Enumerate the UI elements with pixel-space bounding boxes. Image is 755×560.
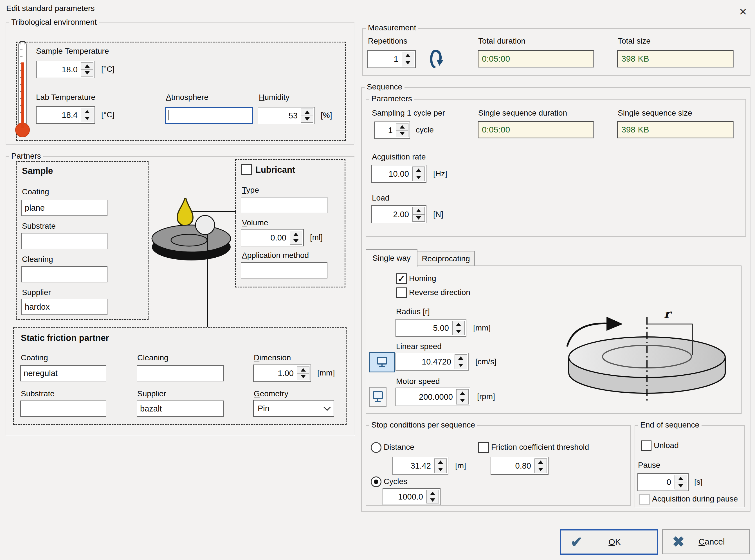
acquisition-rate-spinner[interactable]: 10.00 <box>371 165 426 183</box>
pause-spinner[interactable]: 0 <box>637 473 689 491</box>
spin-buttons <box>675 475 687 489</box>
distance-spinner[interactable]: 31.42 <box>392 457 449 475</box>
load-spinner[interactable]: 2.00 <box>371 205 426 223</box>
tab-single-way[interactable]: Single way <box>366 249 417 267</box>
radius-spinner[interactable]: 5.00 <box>396 319 466 337</box>
sample-temperature-spinner[interactable]: 18.0 <box>36 61 95 78</box>
spin-up-button[interactable] <box>301 109 313 116</box>
spin-up-button[interactable] <box>535 459 547 466</box>
spin-down-button[interactable] <box>455 362 467 369</box>
spin-buttons <box>534 458 547 473</box>
sampling-spinner[interactable]: 1 <box>374 121 410 139</box>
motor-speed-spinner[interactable]: 200.0000 <box>396 387 470 406</box>
cycles-radio[interactable] <box>371 477 381 487</box>
sample-cleaning-input[interactable] <box>21 266 107 282</box>
sample-coating-input[interactable]: plane <box>21 200 107 216</box>
dimension-unit: [mm] <box>317 368 335 378</box>
repetitions-spinner[interactable]: 1 <box>367 50 416 68</box>
spin-up-icon <box>85 110 90 113</box>
linear-speed-display-button[interactable] <box>369 352 395 373</box>
static-coating-input[interactable]: neregulat <box>20 365 106 381</box>
spin-up-button[interactable] <box>453 321 464 328</box>
spin-down-button[interactable] <box>435 466 446 473</box>
spin-down-button[interactable] <box>402 59 414 66</box>
static-substrate-input[interactable] <box>20 401 106 417</box>
sample-substrate-input[interactable] <box>21 233 107 249</box>
spin-up-button[interactable] <box>402 52 414 59</box>
spin-down-button[interactable] <box>453 328 464 335</box>
friction-threshold-label: Friction coefficient threshold <box>491 443 589 452</box>
spin-up-button[interactable] <box>455 355 467 362</box>
friction-threshold-checkbox[interactable] <box>478 442 489 453</box>
spin-buttons <box>290 231 302 245</box>
spin-down-button[interactable] <box>675 482 687 489</box>
motor-speed-unit: [rpm] <box>477 392 495 401</box>
humidity-spinner[interactable]: 53 <box>258 107 315 124</box>
static-cleaning-input[interactable] <box>137 365 224 381</box>
spin-up-button[interactable] <box>427 490 439 497</box>
cycles-spinner[interactable]: 1000.0 <box>382 488 440 505</box>
spin-down-button[interactable] <box>457 397 469 404</box>
spin-down-button[interactable] <box>535 466 547 473</box>
single-sequence-size-label: Single sequence size <box>618 108 692 118</box>
spin-up-button[interactable] <box>435 459 446 466</box>
spin-up-button[interactable] <box>396 123 408 131</box>
unload-checkbox[interactable] <box>641 440 652 451</box>
spin-down-button[interactable] <box>81 70 93 77</box>
spin-up-button[interactable] <box>457 389 469 397</box>
spin-up-button[interactable] <box>675 475 687 482</box>
spin-down-button[interactable] <box>290 238 302 245</box>
cancel-button[interactable]: ✖ Cancel <box>662 529 750 554</box>
oil-drop-icon <box>177 199 193 225</box>
geometry-dropdown[interactable]: Pin <box>253 400 334 417</box>
load-value: 2.00 <box>372 206 411 223</box>
spin-down-button[interactable] <box>413 215 424 222</box>
reverse-direction-checkbox[interactable] <box>396 287 407 298</box>
atmosphere-input[interactable] <box>165 107 253 124</box>
spin-down-button[interactable] <box>413 174 424 181</box>
dimension-spinner[interactable]: 1.00 <box>253 364 311 382</box>
motor-speed-display-button[interactable] <box>369 387 386 407</box>
monitor-icon <box>376 356 388 368</box>
close-icon[interactable]: × <box>739 5 747 18</box>
sample-supplier-input[interactable]: hardox <box>21 299 107 315</box>
ok-button[interactable]: ✔ OK <box>560 529 658 555</box>
spin-up-icon <box>293 233 298 236</box>
spin-buttons <box>81 62 93 77</box>
distance-radio[interactable] <box>371 442 381 453</box>
lab-temperature-spinner[interactable]: 18.4 <box>36 106 95 124</box>
spin-up-button[interactable] <box>81 108 93 115</box>
spin-down-button[interactable] <box>301 116 313 123</box>
geometry-label: Geometry <box>254 389 288 398</box>
spin-down-button[interactable] <box>396 131 408 137</box>
radio-dot <box>374 480 378 484</box>
tab-reciprocating[interactable]: Reciprocating <box>417 251 475 267</box>
spin-up-button[interactable] <box>297 366 309 374</box>
spin-down-button[interactable] <box>427 497 439 503</box>
linear-speed-spinner[interactable]: 10.4720 <box>396 353 469 371</box>
sample-substrate-label: Substrate <box>22 222 56 231</box>
pause-label: Pause <box>638 461 660 470</box>
text-caret <box>168 110 169 120</box>
static-coating-label: Coating <box>21 353 48 362</box>
total-size-label: Total size <box>618 37 651 45</box>
lubricant-checkbox[interactable] <box>241 164 252 175</box>
spin-up-button[interactable] <box>81 63 93 70</box>
sample-temperature-unit: [°C] <box>101 65 115 74</box>
spin-down-button[interactable] <box>81 115 93 122</box>
static-supplier-input[interactable]: bazalt <box>137 401 224 417</box>
repetitions-label: Repetitions <box>368 37 407 45</box>
spin-up-button[interactable] <box>413 207 424 215</box>
friction-threshold-spinner[interactable]: 0.80 <box>491 457 549 475</box>
lab-temperature-value: 18.4 <box>37 107 80 123</box>
spin-up-button[interactable] <box>413 167 424 174</box>
radius-label: Radius [r] <box>396 307 430 316</box>
partners-title: Partners <box>9 152 43 161</box>
homing-checkbox[interactable]: ✓ <box>396 274 407 284</box>
load-unit: [N] <box>433 210 443 219</box>
radius-r-annotation: r <box>664 306 670 321</box>
spin-down-button[interactable] <box>297 374 309 380</box>
spin-up-button[interactable] <box>290 231 302 238</box>
motor-speed-label: Motor speed <box>396 377 440 386</box>
stop-conditions-title: Stop conditions per sequence <box>369 420 477 429</box>
